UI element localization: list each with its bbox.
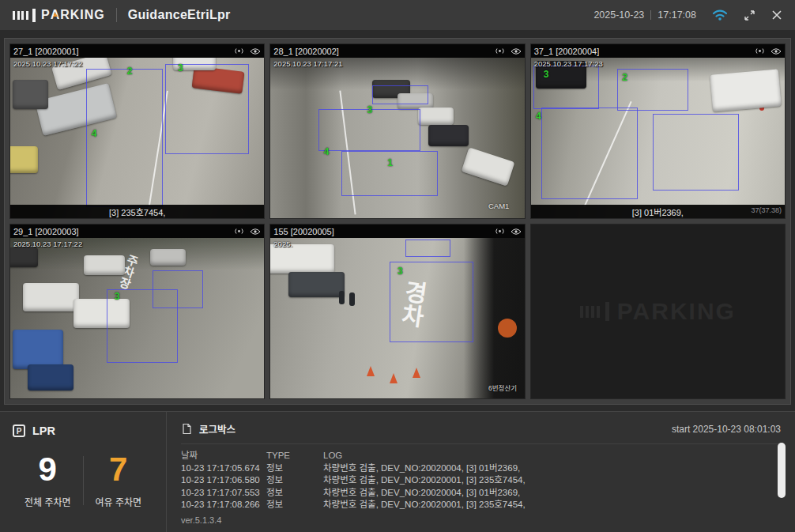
- logo-text: PARKING: [41, 8, 105, 22]
- eye-icon[interactable]: [771, 47, 782, 55]
- detection-box: [318, 109, 420, 151]
- camera-tile-6-empty[interactable]: PARKING: [530, 224, 786, 399]
- logo-bar: [32, 9, 36, 22]
- logbox-title: 로그박스: [199, 421, 235, 436]
- fullscreen-button[interactable]: [744, 9, 755, 21]
- wifi-icon: [712, 9, 728, 21]
- logo-bar: [605, 302, 609, 321]
- scene-cone: [413, 368, 420, 378]
- detection-box: [153, 270, 203, 309]
- log-cell: 10-23 17:17:06.580: [181, 474, 266, 487]
- camera-tile-4[interactable]: 29_1 [20020003] 2025.10.23 17:17:22 주차장 …: [9, 224, 265, 399]
- stream-icon[interactable]: [494, 47, 506, 55]
- scene-car: [23, 283, 79, 312]
- eye-icon[interactable]: [250, 228, 261, 236]
- detection-number: 1: [387, 157, 393, 168]
- logo-bar: [586, 306, 589, 318]
- stream-icon[interactable]: [494, 227, 506, 236]
- log-row[interactable]: 10-23 17:17:08.266정보차량번호 검출, DEV_NO:2002…: [181, 499, 781, 511]
- parking-watermark: PARKING: [580, 298, 736, 325]
- close-button[interactable]: [771, 9, 782, 21]
- camera-tile-1[interactable]: 27_1 [20020001] 2025.10.23 17:17:22 [3] …: [9, 43, 265, 219]
- scene-car: [428, 125, 469, 145]
- app-title: GuidanceEtriLpr: [128, 8, 231, 22]
- log-rows: 10-23 17:17:05.674정보차량번호 검출, DEV_NO:2002…: [181, 462, 781, 511]
- watermark-text: PARKING: [617, 298, 736, 325]
- camera-label: 29_1 [20020003]: [13, 227, 228, 236]
- total-spaces-value: 9: [13, 451, 83, 488]
- log-row[interactable]: 10-23 17:17:07.553정보차량번호 검출, DEV_NO:2002…: [181, 487, 781, 500]
- eye-icon[interactable]: [250, 47, 261, 55]
- plate-caption: [3] 235호7454,: [10, 205, 264, 218]
- detection-number: 3: [544, 69, 549, 80]
- log-row[interactable]: 10-23 17:17:05.674정보차량번호 검출, DEV_NO:2002…: [181, 462, 781, 475]
- parking-logo: PARKING: [13, 8, 105, 22]
- available-spaces-stat: 7 여유 주차면: [84, 448, 154, 508]
- camera-tile-2[interactable]: 28_1 [20020002] 2025.10.23 17:17:21 CAM1…: [269, 43, 525, 219]
- camera-label: 155 [20020005]: [273, 227, 488, 236]
- detection-box: [86, 69, 162, 207]
- camera-header: 27_1 [20020001]: [10, 44, 264, 58]
- detection-box: [541, 108, 638, 199]
- eye-icon[interactable]: [511, 228, 522, 236]
- total-spaces-label: 전체 주차면: [13, 495, 83, 508]
- detection-number: 3: [367, 104, 372, 115]
- camera-tile-3[interactable]: 37_1 [20020004] 2025.10.23 17:17:23 [3] …: [530, 43, 786, 219]
- log-col-type: TYPE: [266, 450, 323, 462]
- log-cell: 차량번호 검출, DEV_NO:20020001, [3] 235호7454,: [323, 499, 781, 511]
- log-cell: 정보: [266, 462, 323, 475]
- log-cell: 10-23 17:17:08.266: [181, 499, 266, 511]
- logo-bar: [26, 11, 28, 20]
- logo-bar: [21, 11, 24, 20]
- camera-header: 155 [20020005]: [270, 224, 524, 238]
- detection-box: [405, 240, 451, 257]
- scene-car: [288, 272, 345, 297]
- detection-number: 3: [398, 266, 403, 277]
- total-spaces-stat: 9 전체 주차면: [13, 448, 83, 508]
- camera-label: 37_1 [20020004]: [534, 47, 749, 56]
- log-scrollbar-thumb[interactable]: [778, 443, 786, 498]
- log-cell: 차량번호 검출, DEV_NO:20020004, [3] 01버2369,: [323, 487, 781, 500]
- stream-icon[interactable]: [233, 227, 245, 236]
- scene-car: [418, 108, 454, 125]
- clock-time: 17:17:08: [657, 9, 696, 21]
- plate-caption: [3] 01버2369, 37(37.38): [531, 205, 785, 218]
- camera-header: 37_1 [20020004]: [531, 44, 785, 58]
- camera-label: 28_1 [20020002]: [273, 47, 488, 56]
- log-cell: 정보: [266, 487, 323, 500]
- eye-icon[interactable]: [511, 47, 522, 55]
- clock-separator: [650, 10, 651, 20]
- log-cell: 10-23 17:17:05.674: [181, 462, 266, 475]
- camera-feed: 2025. 경차 6번정산기 3: [270, 238, 524, 398]
- logo-bar: [591, 306, 594, 318]
- log-cell: 정보: [266, 499, 323, 511]
- feed-timestamp: 2025.10.23 17:17:22: [13, 59, 82, 68]
- scene-cam-label: CAM1: [488, 202, 509, 210]
- available-spaces-value: 7: [84, 451, 154, 488]
- detection-box: [617, 69, 688, 111]
- camera-tile-5[interactable]: 155 [20020005] 2025. 경차 6번정산기 3: [269, 224, 525, 399]
- lpr-stats: 9 전체 주차면 7 여유 주차면: [13, 448, 153, 508]
- title-bar: PARKING GuidanceEtriLpr 2025-10-23 17:17…: [0, 0, 795, 30]
- clock: 2025-10-23 17:17:08: [593, 9, 696, 21]
- stream-icon[interactable]: [754, 47, 766, 55]
- log-row[interactable]: 10-23 17:17:06.580정보차량번호 검출, DEV_NO:2002…: [181, 474, 781, 487]
- plate-caption-text: [3] 235호7454,: [109, 206, 165, 218]
- scene-car: [13, 80, 48, 109]
- log-table-header: 날짜 TYPE LOG: [181, 450, 781, 462]
- available-spaces-label: 여유 주차면: [84, 495, 154, 508]
- title-separator: [116, 8, 117, 22]
- detection-box: [165, 64, 249, 154]
- detection-number: 2: [622, 72, 627, 83]
- camera-label: 27_1 [20020001]: [13, 47, 228, 56]
- scene-cone: [390, 373, 398, 383]
- bottom-panel: P LPR 9 전체 주차면 7 여유 주차면 로그박스 start 2025-…: [0, 411, 795, 532]
- log-col-log: LOG: [323, 450, 781, 462]
- detection-box: [372, 85, 428, 104]
- lpr-panel: P LPR 9 전체 주차면 7 여유 주차면: [0, 412, 167, 532]
- document-icon: [181, 423, 192, 435]
- detection-number: 4: [324, 146, 330, 157]
- scene-car: [13, 330, 63, 370]
- logbox-start-time: start 2025-10-23 08:01:03: [672, 424, 781, 435]
- stream-icon[interactable]: [233, 47, 245, 55]
